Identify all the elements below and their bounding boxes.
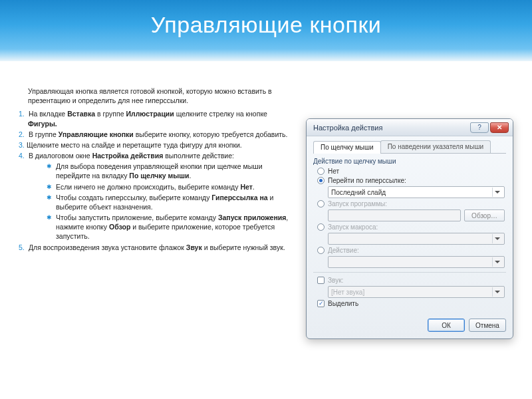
checkbox-highlight-label: Выделить [328, 300, 358, 307]
step-3: Щелкните место на слайде и перетащите ту… [19, 140, 298, 150]
step-4: В диалоговом окне Настройка действия вып… [19, 151, 298, 241]
macro-combo [328, 233, 505, 245]
hyperlink-combo[interactable]: Последний слайд [328, 186, 505, 198]
checkbox-sound-label: Звук: [328, 277, 343, 284]
chevron-down-icon [492, 287, 501, 297]
checkbox-highlight[interactable] [317, 300, 325, 307]
intro-text: Управляющая кнопка является готовой кноп… [19, 86, 298, 105]
bullet-2: Если ничего не должно происходить, выбер… [56, 182, 298, 192]
radio-run-macro[interactable] [317, 223, 325, 231]
hyperlink-combo-value: Последний слайд [331, 189, 386, 196]
slide-text: Управляющая кнопка является готовой кноп… [19, 86, 298, 253]
bullet-3: Чтобы создать гиперссылку, выберите кома… [56, 193, 298, 211]
sound-combo-value: [Нет звука] [331, 289, 364, 296]
radio-run-program-label: Запуск программы: [328, 200, 387, 207]
radio-run-program[interactable] [317, 200, 325, 207]
step-1: На вкладке Вставка в группе Иллюстрации … [19, 109, 298, 128]
slide-title: Управляющие кнопки [0, 12, 532, 38]
bullet-4: Чтобы запустить приложение, выберите ком… [56, 213, 298, 241]
chevron-down-icon [492, 257, 501, 267]
ok-button[interactable]: ОК [428, 319, 465, 332]
action-combo [328, 256, 505, 268]
step-2: В группе Управляющие кнопки выберите кно… [19, 130, 298, 139]
checkbox-sound[interactable] [317, 277, 325, 284]
radio-action[interactable] [317, 247, 325, 254]
cancel-button[interactable]: Отмена [469, 319, 506, 332]
radio-action-label: Действие: [328, 247, 359, 254]
action-settings-dialog: Настройка действия ? ✕ По щелчку мыши По… [306, 118, 513, 339]
dialog-title: Настройка действия [313, 124, 382, 132]
dialog-titlebar[interactable]: Настройка действия ? ✕ [307, 119, 513, 136]
program-path-input [328, 209, 461, 221]
dialog-tabs: По щелчку мыши По наведении указателя мы… [313, 140, 506, 154]
close-button[interactable]: ✕ [490, 122, 509, 133]
radio-none-label: Нет [328, 168, 339, 175]
radio-none[interactable] [317, 168, 325, 175]
tab-on-hover[interactable]: По наведении указателя мыши [380, 140, 491, 153]
step-5: Для воспроизведения звука установите фла… [19, 243, 298, 252]
sound-combo: [Нет звука] [328, 286, 505, 298]
bullet-1: Для выбора поведения управляющей кнопки … [56, 162, 298, 180]
radio-hyperlink[interactable] [317, 177, 325, 184]
chevron-down-icon [492, 234, 501, 243]
slide-header: Управляющие кнопки [0, 0, 532, 61]
help-button[interactable]: ? [470, 122, 489, 133]
browse-button[interactable]: Обзор… [464, 209, 505, 221]
group-label: Действие по щелчку мыши [313, 158, 506, 165]
radio-hyperlink-label: Перейти по гиперссылке: [328, 177, 406, 184]
tab-on-click[interactable]: По щелчку мыши [313, 141, 381, 154]
radio-run-macro-label: Запуск макроса: [328, 223, 378, 231]
chevron-down-icon [492, 188, 501, 197]
